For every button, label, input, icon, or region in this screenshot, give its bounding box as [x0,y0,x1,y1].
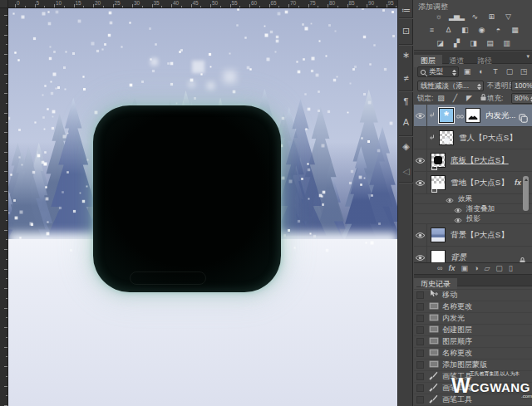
lock-position-icon[interactable]: ◤ [465,93,474,104]
lock-paint-icon[interactable]: ╱ [451,93,460,104]
clone-source-icon[interactable]: ⊡ [398,22,414,39]
history-source-checkbox[interactable] [416,286,424,287]
app-icon-artwork[interactable] [93,105,281,292]
effect-row[interactable]: 投影 [414,214,532,224]
history-source-checkbox[interactable] [416,373,424,380]
posterize-icon[interactable]: ▞ [451,37,462,49]
ruler-tick [171,4,172,7]
scrollbar-thumb[interactable] [523,176,529,211]
threshold-icon[interactable]: ◨ [467,37,479,49]
color-balance-icon[interactable]: ∆ [442,24,454,36]
layer-row[interactable]: 背景 [414,247,532,262]
layer-row[interactable]: 雪人【P大点S】 [414,127,532,149]
filter-kind-select[interactable]: 类型 [417,66,459,77]
hue-saturation-icon[interactable]: ≡ [426,24,437,36]
history-source-checkbox[interactable] [416,350,424,357]
character-panel-icon[interactable]: A [398,114,414,130]
brightness-contrast-icon[interactable]: ☼ [432,11,444,22]
layer-style-icon[interactable]: fx [448,263,455,274]
new-layer-icon[interactable]: ▢ [495,263,503,274]
ruler-number: 40 [173,0,179,7]
history-source-checkbox[interactable] [416,384,424,392]
hand-panel-icon[interactable]: ∗ [398,46,414,63]
layer-row[interactable]: *内发光... [414,105,532,127]
layer-row[interactable]: 雪地【P大点S】fx [414,172,532,194]
layer-row[interactable]: 底板【P大点S】 [414,149,532,172]
layer-thumbnail[interactable]: * [439,108,454,123]
vibrance-icon[interactable]: ▽ [502,11,514,22]
link-layers-icon[interactable]: ∞ [437,263,442,274]
filter-adjustment-layers-icon[interactable]: ◐ [476,66,486,77]
layer-thumbnail[interactable] [431,175,446,190]
vertical-ruler[interactable] [0,8,8,406]
ruler-tick [122,6,123,7]
fx-badge[interactable]: fx [515,179,521,187]
lock-transparency-icon[interactable]: ▨ [436,93,446,104]
history-item[interactable]: 图层顺序 [414,336,532,348]
blend-mode-select[interactable]: 线性减淡（添... [417,81,484,91]
ruler-tick [113,4,114,7]
layer-mask-thumbnail[interactable] [466,108,480,123]
ruler-tick [132,4,133,7]
color-lookup-icon[interactable]: ▦ [509,24,520,36]
new-group-icon[interactable]: ▱ [484,263,490,274]
layer-thumbnail[interactable] [439,130,454,145]
paragraph-panel-icon[interactable]: ¶ [398,93,414,110]
history-item[interactable]: 添加图层蒙版 [414,360,532,371]
levels-icon[interactable]: ▂▅▂ [449,11,464,22]
ruler-origin[interactable] [0,0,8,8]
panel-menu-icon[interactable]: ▾ [526,53,530,60]
history-source-checkbox[interactable] [416,291,424,299]
photo-filter-icon[interactable]: ◉ [475,24,487,36]
ruler-tick [6,298,7,299]
watermark-suffix: .com [451,394,532,399]
visibility-toggle[interactable] [414,172,427,193]
visibility-toggle[interactable] [414,127,427,149]
black-white-icon[interactable]: ◧ [459,24,470,36]
effects-header-row[interactable]: 效果 [414,194,532,204]
visibility-toggle[interactable] [414,224,427,246]
new-adjustment-icon[interactable]: ◑ [474,263,478,274]
filter-shape-layers-icon[interactable]: ▢ [505,66,515,77]
measurement-log-icon[interactable]: ≠ [398,70,414,86]
layer-thumbnail[interactable] [431,227,446,242]
selective-color-icon[interactable]: ▥ [500,37,512,49]
visibility-toggle[interactable] [414,105,427,126]
invert-icon[interactable]: ◪ [434,37,446,49]
effect-row[interactable]: 渐变叠加 [414,204,532,214]
history-item[interactable]: 移动 [414,290,532,301]
channel-mixer-icon[interactable]: ◓ [492,24,504,36]
history-source-checkbox[interactable] [416,338,424,345]
history-source-checkbox[interactable] [416,315,424,322]
history-source-checkbox[interactable] [416,303,424,311]
visibility-toggle[interactable] [414,149,427,171]
state-icon [427,314,440,324]
delete-layer-icon[interactable]: ▯ [509,263,513,274]
add-mask-icon[interactable]: ▣ [461,263,468,274]
history-item[interactable]: 内发光 [414,313,532,325]
visibility-toggle[interactable] [414,247,427,262]
exposure-icon[interactable]: ⊞ [485,11,497,22]
opacity-value[interactable]: 100% [511,81,532,91]
document-canvas[interactable] [8,8,397,406]
filter-type-layers-icon[interactable]: T [490,66,500,77]
filter-smart-objects-icon[interactable]: ◳ [519,66,529,77]
audio-panel-icon[interactable]: ◁ [398,163,414,179]
history-source-checkbox[interactable] [416,361,424,369]
layer-thumbnail[interactable] [431,153,446,168]
lock-label: 锁定: [417,94,433,104]
layer-thumbnail[interactable] [431,250,446,262]
history-item[interactable]: 名称更改 [414,301,532,313]
history-item[interactable]: 创建图层 [414,325,532,336]
curves-icon[interactable]: ∿ [469,11,480,22]
history-source-checkbox[interactable] [416,326,424,334]
history-item[interactable]: 名称更改 [414,348,532,360]
3d-panel-icon[interactable]: ◈ [398,138,414,154]
layer-row[interactable]: 背景【P大点S】 [414,224,532,247]
history-source-checkbox[interactable] [416,396,424,404]
tool-presets-icon[interactable]: ≔ [398,2,414,18]
gradient-map-icon[interactable]: ▤ [484,37,495,49]
fill-value[interactable]: 80% [511,93,532,104]
filter-pixel-layers-icon[interactable]: ▣ [462,66,472,77]
horizontal-ruler[interactable]: 05101520253035404550556065707580859095 [8,0,397,8]
